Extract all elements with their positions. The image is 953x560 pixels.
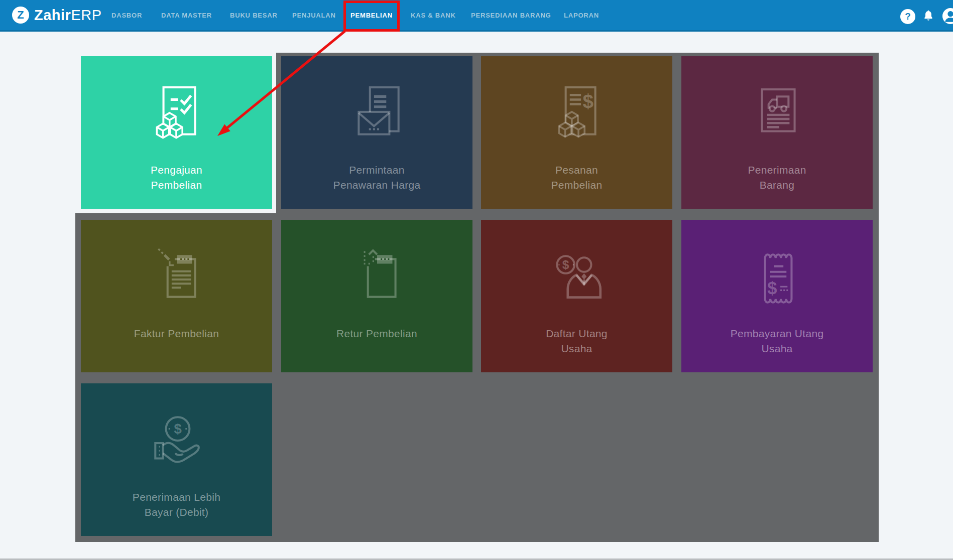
doc-dollar-cubes-icon: $ (546, 84, 608, 146)
tile-label: Faktur Pembelian (134, 326, 219, 341)
zahir-erp-app: { "brand": { "logo_letter": "Z", "name_b… (0, 0, 953, 560)
nav-item-persediaan-barang[interactable]: PERSEDIAAN BARANG (471, 12, 551, 19)
tile-label: PermintaanPenawaran Harga (333, 163, 421, 193)
tile-retur-pembelian[interactable]: Retur Pembelian (281, 220, 472, 372)
tile-daftar-utang-usaha[interactable]: $Daftar UtangUsaha (481, 220, 672, 372)
nav-item-kas-bank[interactable]: KAS & BANK (411, 12, 456, 19)
person-coin-icon: $ (546, 248, 608, 309)
tile-penerimaan-barang[interactable]: PenerimaanBarang (681, 56, 873, 209)
tile-label: Daftar UtangUsaha (546, 326, 608, 356)
tile-faktur-pembelian[interactable]: Faktur Pembelian (81, 220, 272, 372)
doc-truck-icon (747, 84, 808, 146)
tile-label: Pembayaran UtangUsaha (731, 326, 824, 356)
nav-item-penjualan[interactable]: PENJUALAN (292, 12, 336, 19)
svg-text:$: $ (582, 90, 593, 112)
tile-label: Retur Pembelian (336, 326, 417, 341)
tile-pesanan-pembelian[interactable]: $PesananPembelian (481, 56, 672, 209)
navbar: Z ZahirERP DASBORDATA MASTERBUKU BESARPE… (0, 0, 953, 32)
z-logo-icon: Z (12, 7, 29, 24)
bell-icon[interactable] (922, 9, 935, 24)
tile-permintaan-penawaran-harga[interactable]: PermintaanPenawaran Harga (281, 56, 472, 209)
brand-logo[interactable]: Z ZahirERP (12, 0, 102, 30)
svg-text:$: $ (562, 258, 569, 271)
overlay-panel: PengajuanPembelianPermintaanPenawaran Ha… (75, 53, 879, 542)
doc-envelope-icon (346, 84, 408, 146)
doc-return-arrow-icon (346, 248, 408, 309)
nav-item-laporan[interactable]: LAPORAN (564, 12, 599, 19)
tile-label: PesananPembelian (551, 163, 603, 193)
hand-coin-icon: $ (146, 411, 207, 473)
svg-text:$: $ (174, 421, 181, 437)
brand-name: ZahirERP (34, 7, 102, 24)
tile-label: PengajuanPembelian (151, 163, 202, 193)
tile-pembayaran-utang-usaha[interactable]: $Pembayaran UtangUsaha (681, 220, 873, 372)
receipt-dollar-icon: $ (747, 248, 808, 309)
nav-item-pembelian[interactable]: PEMBELIAN (343, 12, 400, 19)
tile-pengajuan-pembelian[interactable]: PengajuanPembelian (81, 56, 272, 209)
nav-item-dasbor[interactable]: DASBOR (111, 12, 142, 19)
tile-label: Penerimaan LebihBayar (Debit) (133, 490, 220, 520)
tile-label: PenerimaanBarang (748, 163, 806, 193)
doc-checklist-cubes-icon (146, 84, 207, 146)
nav-item-data-master[interactable]: DATA MASTER (161, 12, 212, 19)
tile-penerimaan-lebih-bayar-debit[interactable]: $Penerimaan LebihBayar (Debit) (81, 383, 272, 536)
user-avatar-icon[interactable] (942, 8, 953, 27)
svg-text:$: $ (767, 278, 777, 298)
nav-item-buku-besar[interactable]: BUKU BESAR (230, 12, 278, 19)
doc-pencil-icon (146, 248, 207, 309)
help-icon[interactable]: ? (900, 9, 915, 24)
